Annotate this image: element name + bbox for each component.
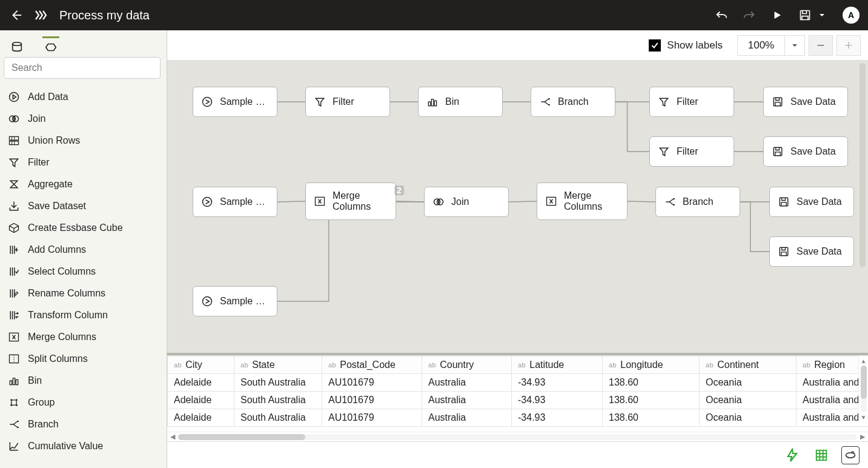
undo-button[interactable]	[714, 8, 729, 22]
back-button[interactable]	[8, 8, 23, 22]
table-row[interactable]: AdelaideSouth AustraliaAU101679Australia…	[168, 409, 869, 427]
sidebar-step-rename-columns[interactable]: Rename Columns	[0, 282, 167, 304]
column-header[interactable]: abState	[234, 356, 322, 374]
sidebar-step-label: Rename Columns	[28, 288, 105, 299]
data-preview-panel: abCityabStateabPostal_CodeabCountryabLat…	[167, 355, 868, 441]
flow-node-n10[interactable]: Merge Columns	[305, 182, 396, 220]
sidebar-step-transform-column[interactable]: Transform Column	[0, 304, 167, 326]
expand-panel-icon[interactable]	[34, 8, 48, 22]
tab-datasets[interactable]	[8, 36, 25, 53]
filter-icon	[657, 145, 671, 158]
column-header[interactable]: abRegion	[797, 356, 869, 374]
type-indicator: ab	[706, 361, 714, 369]
table-row[interactable]: AdelaideSouth AustraliaAU101679Australia…	[168, 392, 869, 409]
flow-node-n5[interactable]: Filter	[649, 87, 734, 117]
show-labels-label: Show labels	[667, 39, 723, 52]
flow-node-n12[interactable]: Merge Columns	[537, 182, 628, 220]
validate-icon[interactable]	[783, 446, 801, 464]
type-indicator: ab	[609, 361, 617, 369]
table-cell: Oceania	[700, 374, 797, 392]
sidebar-step-branch[interactable]: Branch	[0, 413, 167, 435]
flow-node-label: Filter	[677, 146, 698, 157]
flow-node-n16[interactable]: Sample Or...	[193, 286, 277, 316]
table-cell: AU101679	[322, 409, 422, 427]
sidebar-step-join[interactable]: Join	[0, 108, 167, 130]
flow-canvas[interactable]: Sample Or...FilterBinBranchFilterSave Da…	[167, 61, 868, 355]
sidebar-step-cumulative[interactable]: Cumulative Value	[0, 435, 167, 457]
column-header[interactable]: abContinent	[700, 356, 797, 374]
table-row[interactable]: AdelaideSouth AustraliaAU101679Australia…	[168, 374, 869, 392]
flow-node-label: Filter	[333, 96, 354, 107]
table-cell: Australia	[422, 374, 512, 392]
flow-node-n3[interactable]: Bin	[418, 87, 503, 117]
grid-view-icon[interactable]	[812, 446, 830, 464]
column-header[interactable]: abCity	[168, 356, 234, 374]
tab-steps[interactable]	[42, 36, 59, 53]
flow-node-label: Save Data	[790, 96, 836, 107]
flow-node-n11[interactable]: Join	[424, 187, 509, 217]
run-button[interactable]	[770, 8, 784, 22]
flow-node-n1[interactable]: Sample Or...	[193, 87, 277, 117]
zoom-out-button[interactable]: −	[809, 35, 833, 56]
flow-node-n4[interactable]: Branch	[531, 87, 615, 117]
sidebar-step-aggregate[interactable]: Aggregate	[0, 173, 167, 195]
column-header[interactable]: abLongitude	[603, 356, 700, 374]
sidebar-step-select-columns[interactable]: Select Columns	[0, 261, 167, 282]
search-input[interactable]	[4, 57, 161, 79]
table-cell: South Australia	[234, 392, 322, 409]
flow-node-n13[interactable]: Branch	[655, 187, 740, 217]
flow-node-n7[interactable]: Filter	[649, 136, 734, 167]
canvas-vertical-scrollbar[interactable]	[858, 61, 867, 353]
flow-node-n14[interactable]: Save Data	[769, 187, 854, 217]
add-col-icon	[7, 243, 21, 256]
save-menu-caret-icon[interactable]	[815, 8, 829, 22]
flow-node-label: Save Data	[797, 196, 842, 207]
zoom-dropdown[interactable]	[784, 35, 805, 56]
sidebar-step-essbase[interactable]: Create Essbase Cube	[0, 217, 167, 239]
table-cell: Oceania	[700, 409, 797, 427]
sidebar-step-group[interactable]: Group	[0, 392, 167, 413]
sidebar-step-union[interactable]: Union Rows	[0, 130, 167, 152]
table-cell: Oceania	[700, 392, 797, 409]
sidebar-step-label: Join	[28, 113, 45, 124]
column-header[interactable]: abLatitude	[512, 356, 603, 374]
sidebar-step-add-columns[interactable]: Add Columns	[0, 239, 167, 261]
sidebar-step-merge-columns[interactable]: Merge Columns	[0, 326, 167, 348]
sidebar-step-bin[interactable]: Bin	[0, 370, 167, 392]
sidebar-step-save-dataset[interactable]: Save Dataset	[0, 195, 167, 217]
column-header[interactable]: abCountry	[422, 356, 512, 374]
flow-node-n9[interactable]: Sample St...	[193, 187, 277, 217]
filter-icon	[7, 156, 21, 169]
zoom-in-button[interactable]: +	[837, 35, 861, 56]
sidebar-step-add-data[interactable]: Add Data	[0, 86, 167, 108]
sidebar-step-filter[interactable]: Filter	[0, 152, 167, 173]
type-indicator: ab	[328, 361, 336, 369]
join-icon	[432, 195, 445, 209]
flow-node-n6[interactable]: Save Data	[763, 87, 848, 117]
transform-col-icon	[7, 309, 21, 322]
save-icon	[777, 195, 790, 209]
split-col-icon	[7, 352, 21, 366]
sidebar-step-label: Filter	[28, 157, 50, 168]
sidebar-step-label: Branch	[28, 419, 59, 430]
flow-node-label: Bin	[445, 96, 459, 107]
grid-horizontal-scrollbar[interactable]: ◀▶	[167, 432, 868, 441]
merge-col-icon	[7, 330, 21, 344]
flow-node-n2[interactable]: Filter	[305, 87, 390, 117]
grid-vertical-scrollbar[interactable]: ▲▼	[858, 356, 868, 422]
recipe-view-icon[interactable]	[841, 446, 860, 464]
sidebar-step-split-columns[interactable]: Split Columns	[0, 348, 167, 370]
bin-icon	[7, 374, 21, 387]
redo-button[interactable]	[742, 8, 757, 22]
user-avatar[interactable]: A	[843, 7, 860, 24]
column-header[interactable]: abPostal_Code	[322, 356, 422, 374]
canvas-toolbar: Show labels 100% − +	[167, 30, 868, 61]
page-title: Process my data	[59, 8, 150, 22]
source-icon	[200, 195, 214, 209]
table-cell: South Australia	[234, 409, 322, 427]
flow-node-n8[interactable]: Save Data	[763, 136, 848, 167]
flow-node-n15[interactable]: Save Data	[769, 236, 854, 267]
save-button[interactable]	[798, 8, 812, 22]
type-indicator: ab	[174, 361, 182, 369]
show-labels-toggle[interactable]: Show labels	[649, 39, 723, 52]
